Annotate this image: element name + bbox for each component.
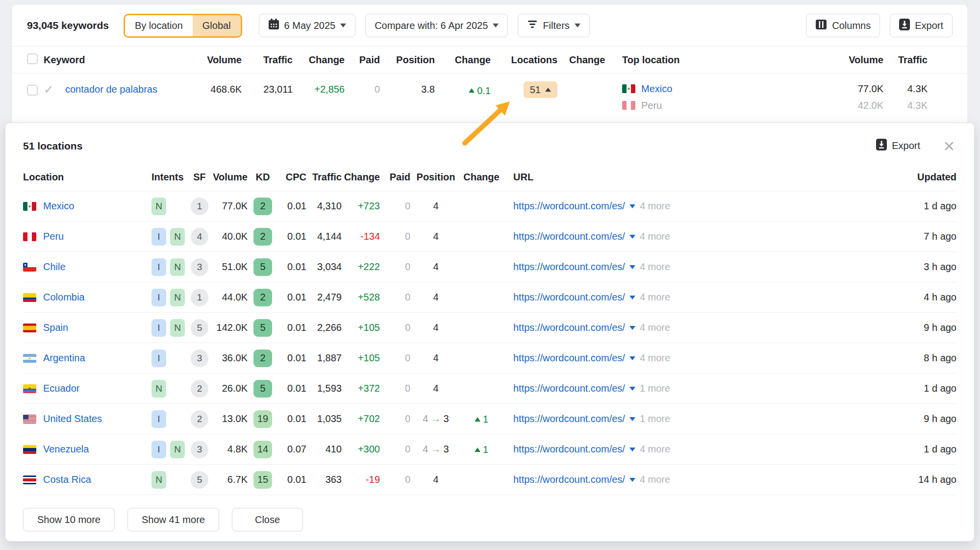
position-cell: 4 → 3 [410,413,461,425]
position-change-cell: 1 [461,413,502,425]
traffic-change-cell: -134 [342,231,380,242]
url-link[interactable]: https://wordcount.com/es/ [513,292,625,303]
row-checkbox[interactable] [27,85,38,96]
location-link[interactable]: United States [43,413,102,425]
intents-cell: IN [151,258,189,276]
url-link[interactable]: https://wordcount.com/es/ [513,352,625,364]
traffic-cell: 4,144 [306,231,342,242]
more-urls-label: 4 more [640,352,670,364]
url-cell: https://wordcount.com/es/4 more [502,261,887,273]
locations-expand-button[interactable]: 51 [524,81,557,98]
url-link[interactable]: https://wordcount.com/es/ [513,322,625,333]
chevron-down-icon[interactable] [629,448,635,451]
location-row: EcuadorN226.0K50.011,593+37204https://wo… [23,374,956,404]
position-change: 1 [475,444,488,455]
cell-position-change: 0.1 [469,82,491,100]
url-cell: https://wordcount.com/es/1 more [502,383,887,394]
popup-export-button[interactable]: Export [876,139,920,153]
toggle-global[interactable]: Global [193,15,241,36]
location-cell: United States [23,413,151,425]
show-41-more-button[interactable]: Show 41 more [127,508,219,531]
flag-cl-icon [23,263,36,272]
col-paid: Paid [345,54,380,66]
url-link[interactable]: https://wordcount.com/es/ [513,200,625,212]
current-position: 3 [444,413,449,424]
top-location-link[interactable]: Peru [641,97,662,114]
locations-table-header: LocationIntentsSFVolumeKDCPCTrafficChang… [23,164,956,191]
updated-cell: 1 d ago [887,383,956,394]
col-keyword: Keyword [44,54,199,66]
url-cell: https://wordcount.com/es/4 more [502,292,887,303]
chevron-down-icon[interactable] [629,326,635,330]
paid-cell: 0 [380,444,410,455]
location-link[interactable]: Venezuela [43,444,89,455]
intents-cell: IN [151,228,189,246]
columns-button[interactable]: Columns [806,14,880,37]
url-link[interactable]: https://wordcount.com/es/ [513,444,625,455]
sf-badge: 5 [191,319,208,337]
kd-cell: 19 [248,410,278,428]
export-button[interactable]: Export [890,14,953,37]
url-link[interactable]: https://wordcount.com/es/ [513,474,625,485]
top-location-traffic: 4.3K [883,97,928,114]
intents-cell: N [151,380,189,398]
top-location-link[interactable]: Mexico [641,80,672,98]
compare-label: Compare with: 6 Apr 2025 [375,20,488,31]
more-urls-label: 4 more [640,444,670,455]
traffic-change-cell: +300 [342,444,380,455]
volume-cell: 36.0K [210,352,248,364]
chevron-down-icon[interactable] [629,356,635,360]
compare-with-button[interactable]: Compare with: 6 Apr 2025 [365,14,508,37]
chevron-down-icon[interactable] [629,204,635,208]
location-cell: Venezuela [23,444,151,455]
up-arrow-icon [475,417,480,422]
chevron-down-icon[interactable] [629,296,635,300]
chevron-down-icon[interactable] [629,387,635,391]
cpc-cell: 0.01 [278,413,306,425]
keyword-link[interactable]: contador de palabras [65,84,157,95]
kd-cell: 14 [248,441,278,458]
location-link[interactable]: Costa Rica [43,474,91,485]
top-location-volumes: 77.0K42.0K [829,80,883,114]
chevron-down-icon[interactable] [629,265,635,269]
col-location: Location [23,172,151,183]
url-link[interactable]: https://wordcount.com/es/ [513,231,625,242]
col-position-change: Change [435,54,491,66]
location-link[interactable]: Peru [43,231,64,242]
flag-pe-icon [23,232,36,241]
url-link[interactable]: https://wordcount.com/es/ [513,383,625,394]
location-link[interactable]: Colombia [43,292,84,303]
sf-cell: 2 [189,410,210,428]
url-link[interactable]: https://wordcount.com/es/ [513,261,625,273]
updated-cell: 1 d ago [887,200,956,212]
paid-cell: 0 [380,474,410,485]
col-volume: Volume [210,172,248,183]
sf-cell: 2 [189,380,210,398]
close-button[interactable]: Close [232,508,303,531]
location-link[interactable]: Chile [43,261,66,273]
chevron-down-icon[interactable] [629,478,635,482]
updated-cell: 1 d ago [887,444,956,455]
position-change: 1 [475,414,488,425]
location-row: ColombiaIN144.0K20.012,479+52804https://… [23,282,956,313]
chevron-down-icon[interactable] [629,235,635,239]
col-cpc: CPC [278,172,306,183]
chevron-down-icon[interactable] [629,417,635,421]
date-picker-button[interactable]: 6 May 2025 [259,14,356,37]
location-link[interactable]: Spain [43,322,68,333]
url-link[interactable]: https://wordcount.com/es/ [513,413,625,425]
filters-button[interactable]: Filters [518,14,589,37]
paid-cell: 0 [380,231,410,242]
location-link[interactable]: Mexico [43,200,74,212]
kd-badge: 19 [253,410,272,428]
select-all-checkbox[interactable] [27,53,38,64]
location-link[interactable]: Argentina [43,352,85,364]
traffic-change-cell: +105 [342,322,380,333]
sf-cell: 4 [189,228,210,246]
location-link[interactable]: Ecuador [43,383,80,394]
close-icon[interactable] [943,140,955,152]
toggle-by-location[interactable]: By location [125,15,193,36]
kd-cell: 2 [248,350,278,367]
show-10-more-button[interactable]: Show 10 more [23,508,115,531]
columns-icon [815,19,827,32]
